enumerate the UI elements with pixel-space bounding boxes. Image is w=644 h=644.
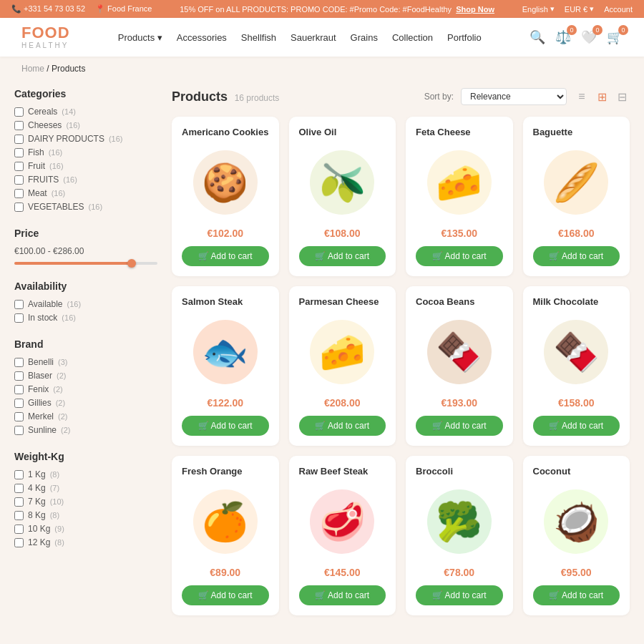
add-to-cart-button[interactable]: 🛒 Add to cart: [299, 416, 386, 436]
brand-gillies[interactable]: Gillies(2): [14, 398, 157, 408]
breadcrumb: Home / Products: [0, 57, 644, 81]
nav-accessories[interactable]: Accessories: [177, 32, 227, 43]
product-card: Olive Oil 🫒 €108.00 🛒 Add to cart: [289, 117, 396, 276]
main-layout: Categories Cereals(14) Cheeses(16) DAIRY…: [0, 81, 644, 637]
location: 📍 Food France: [95, 4, 152, 14]
category-fruits[interactable]: FRUITS(16): [14, 175, 157, 185]
logo[interactable]: FOOD healthy: [21, 25, 70, 49]
logo-tagline: healthy: [21, 42, 70, 49]
shop-now-link[interactable]: Shop Now: [456, 5, 494, 14]
category-fish[interactable]: Fish(16): [14, 147, 157, 157]
product-card: Coconut 🥥 €95.00 🛒 Add to cart: [523, 456, 630, 615]
price-slider[interactable]: [14, 262, 157, 265]
product-image: 🥦: [416, 482, 503, 561]
product-name: Parmesan Cheese: [299, 296, 379, 307]
nav-shellfish[interactable]: Shellfish: [241, 32, 276, 43]
category-dairy[interactable]: DAIRY PRODUCTS(16): [14, 134, 157, 144]
product-card: Baguette 🥖 €168.00 🛒 Add to cart: [523, 117, 630, 276]
main-nav: Products ▾ Accessories Shellfish Sauerkr…: [118, 32, 482, 43]
product-price: €193.00: [441, 397, 477, 409]
products-heading: Products 16 products: [172, 89, 279, 104]
product-image: 🥩: [299, 482, 386, 561]
products-header: Products 16 products Sort by: Relevance …: [172, 88, 630, 105]
product-name: Broccoli: [416, 466, 453, 477]
product-name: Baguette: [533, 127, 573, 137]
add-to-cart-button[interactable]: 🛒 Add to cart: [182, 585, 269, 605]
category-meat[interactable]: Meat(16): [14, 188, 157, 198]
product-card: Parmesan Cheese 🧀 €208.00 🛒 Add to cart: [289, 286, 396, 446]
search-button[interactable]: 🔍: [530, 29, 545, 45]
product-image: 🍊: [182, 482, 269, 561]
brand-section: Brand Benelli(3) Blaser(2) Fenix(2) Gill…: [14, 338, 157, 435]
add-to-cart-button[interactable]: 🛒 Add to cart: [416, 246, 503, 266]
add-to-cart-button[interactable]: 🛒 Add to cart: [182, 416, 269, 436]
header: FOOD healthy Products ▾ Accessories Shel…: [0, 18, 644, 57]
product-price: €135.00: [441, 228, 477, 239]
brand-benelli[interactable]: Benelli(3): [14, 357, 157, 367]
cart-button[interactable]: 🛒0: [607, 29, 623, 45]
brand-fenix[interactable]: Fenix(2): [14, 384, 157, 394]
product-name: Cocoa Beans: [416, 296, 474, 307]
product-price: €95.00: [561, 567, 592, 578]
product-price: €208.00: [324, 397, 361, 409]
breadcrumb-home[interactable]: Home: [21, 64, 44, 74]
weight-10kg[interactable]: 10 Kg(9): [14, 524, 157, 534]
product-price: €108.00: [324, 228, 361, 239]
product-name: Feta Cheese: [416, 127, 471, 137]
products-area: Products 16 products Sort by: Relevance …: [172, 88, 630, 615]
product-price: €168.00: [558, 228, 595, 239]
category-fruit[interactable]: Fruit(16): [14, 161, 157, 171]
nav-grains[interactable]: Grains: [351, 32, 378, 43]
brand-blaser[interactable]: Blaser(2): [14, 371, 157, 381]
availability-title: Availability: [14, 280, 157, 292]
product-image: 🥥: [533, 482, 620, 561]
product-name: Olive Oil: [299, 127, 337, 137]
brand-sunline[interactable]: Sunline(2): [14, 425, 157, 435]
product-image: 🥖: [533, 143, 620, 222]
weight-1kg[interactable]: 1 Kg(8): [14, 469, 157, 479]
account-link[interactable]: Account: [604, 5, 633, 14]
categories-section: Categories Cereals(14) Cheeses(16) DAIRY…: [14, 88, 157, 212]
add-to-cart-button[interactable]: 🛒 Add to cart: [533, 246, 620, 266]
weight-4kg[interactable]: 4 Kg(7): [14, 483, 157, 493]
weight-7kg[interactable]: 7 Kg(10): [14, 497, 157, 507]
weight-title: Weight-Kg: [14, 451, 157, 462]
nav-portfolio[interactable]: Portfolio: [447, 32, 482, 43]
wishlist-button[interactable]: 🤍0: [581, 29, 597, 45]
compact-grid-icon[interactable]: ⊟: [614, 89, 630, 104]
add-to-cart-button[interactable]: 🛒 Add to cart: [299, 585, 386, 605]
product-image: 🧀: [416, 143, 503, 222]
nav-products[interactable]: Products ▾: [118, 32, 162, 43]
category-cereals[interactable]: Cereals(14): [14, 107, 157, 117]
availability-instock[interactable]: In stock(16): [14, 313, 157, 323]
add-to-cart-button[interactable]: 🛒 Add to cart: [299, 246, 386, 266]
nav-collection[interactable]: Collection: [392, 32, 433, 43]
add-to-cart-button[interactable]: 🛒 Add to cart: [416, 416, 503, 436]
weight-8kg[interactable]: 8 Kg(8): [14, 510, 157, 520]
product-card: Raw Beef Steak 🥩 €145.00 🛒 Add to cart: [289, 456, 396, 615]
add-to-cart-button[interactable]: 🛒 Add to cart: [533, 416, 620, 436]
add-to-cart-button[interactable]: 🛒 Add to cart: [182, 246, 269, 266]
currency-selector[interactable]: EUR € ▾: [565, 4, 594, 14]
top-bar: 📞 +331 54 73 03 52 📍 Food France 15% OFF…: [0, 0, 644, 18]
product-name: Americano Cookies: [182, 127, 268, 137]
weight-12kg[interactable]: 12 Kg(8): [14, 537, 157, 547]
grid-view-icon[interactable]: ⊞: [594, 89, 610, 104]
compare-button[interactable]: ⚖️0: [555, 29, 571, 45]
product-card: Feta Cheese 🧀 €135.00 🛒 Add to cart: [406, 117, 513, 276]
price-title: Price: [14, 228, 157, 239]
product-card: Cocoa Beans 🍫 €193.00 🛒 Add to cart: [406, 286, 513, 446]
product-price: €102.00: [207, 228, 243, 239]
promo-banner: 15% OFF on ALL PRODUCTS: PROMO CODE: #Pr…: [152, 5, 522, 14]
availability-section: Availability Available(16) In stock(16): [14, 280, 157, 323]
add-to-cart-button[interactable]: 🛒 Add to cart: [533, 585, 620, 605]
add-to-cart-button[interactable]: 🛒 Add to cart: [416, 585, 503, 605]
category-cheeses[interactable]: Cheeses(16): [14, 120, 157, 130]
brand-merkel[interactable]: Merkel(2): [14, 411, 157, 421]
language-selector[interactable]: English ▾: [522, 4, 555, 14]
list-view-icon[interactable]: ≡: [574, 89, 590, 104]
category-vegetables[interactable]: VEGETABLES(16): [14, 202, 157, 212]
availability-available[interactable]: Available(16): [14, 299, 157, 309]
sort-select[interactable]: Relevance Price: Low to High Price: High…: [461, 88, 567, 105]
nav-sauerkraut[interactable]: Sauerkraut: [291, 32, 336, 43]
